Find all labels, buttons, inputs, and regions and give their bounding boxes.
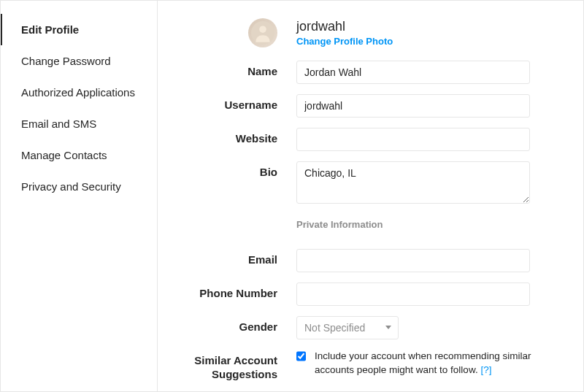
sidebar-item-change-password[interactable]: Change Password <box>1 45 157 77</box>
bio-label: Bio <box>165 161 296 180</box>
similar-help-link[interactable]: [?] <box>480 364 491 375</box>
username-input[interactable] <box>296 94 530 118</box>
gender-label: Gender <box>165 316 296 334</box>
similar-suggestions-text: Include your account when recommending s… <box>315 350 545 377</box>
phone-label: Phone Number <box>165 283 296 301</box>
username-label: Username <box>165 94 296 112</box>
edit-profile-form: jordwahl Change Profile Photo Name Usern… <box>158 1 583 391</box>
similar-suggestions-checkbox[interactable] <box>296 351 306 361</box>
website-input[interactable] <box>296 128 530 151</box>
sidebar-item-authorized-applications[interactable]: Authorized Applications <box>1 77 157 108</box>
bio-input[interactable] <box>296 161 530 204</box>
email-label: Email <box>165 249 296 267</box>
settings-sidebar: Edit Profile Change Password Authorized … <box>1 1 158 391</box>
username-heading: jordwahl <box>296 19 393 35</box>
name-input[interactable] <box>296 61 530 84</box>
sidebar-item-email-sms[interactable]: Email and SMS <box>1 108 157 139</box>
similar-suggestions-label: Similar Account Suggestions <box>165 350 296 382</box>
private-information-heading: Private Information <box>296 219 530 230</box>
gender-select[interactable]: Not Specified <box>296 316 399 339</box>
sidebar-item-manage-contacts[interactable]: Manage Contacts <box>1 139 157 171</box>
phone-input[interactable] <box>296 283 530 306</box>
name-label: Name <box>165 61 296 79</box>
svg-point-1 <box>259 26 266 33</box>
avatar[interactable] <box>248 18 277 47</box>
sidebar-item-privacy-security[interactable]: Privacy and Security <box>1 171 157 202</box>
change-profile-photo-link[interactable]: Change Profile Photo <box>296 36 393 47</box>
email-input[interactable] <box>296 249 530 272</box>
avatar-image <box>251 21 274 45</box>
website-label: Website <box>165 128 296 146</box>
sidebar-item-edit-profile[interactable]: Edit Profile <box>1 14 157 45</box>
